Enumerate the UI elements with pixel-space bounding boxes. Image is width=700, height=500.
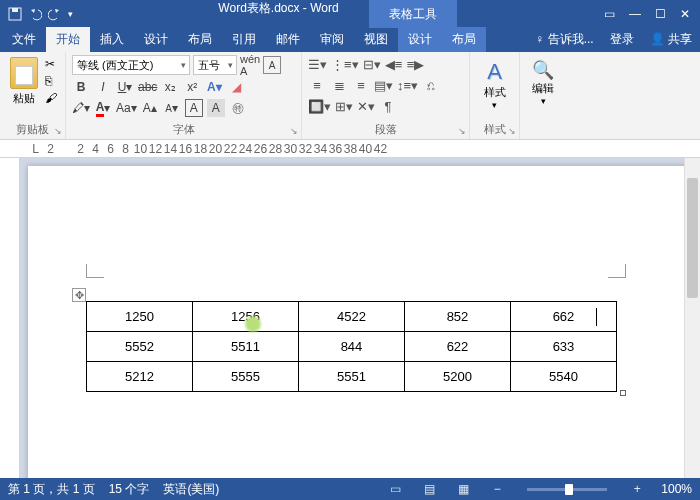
dialog-launcher-icon[interactable]: ↘ xyxy=(508,126,516,136)
page-count[interactable]: 第 1 页，共 1 页 xyxy=(8,481,95,498)
data-table[interactable]: 1250125645228526625552551184462263352125… xyxy=(86,301,617,392)
zoom-in-button[interactable]: + xyxy=(627,482,647,496)
qat-more-icon[interactable]: ▾ xyxy=(68,9,73,19)
zoom-out-button[interactable]: − xyxy=(487,482,507,496)
clear-format-icon[interactable]: ◢ xyxy=(227,78,245,96)
italic-button[interactable]: I xyxy=(94,78,112,96)
zoom-level[interactable]: 100% xyxy=(661,482,692,496)
tab-references[interactable]: 引用 xyxy=(222,27,266,52)
word-count[interactable]: 15 个字 xyxy=(109,481,150,498)
table-cell[interactable]: 5511 xyxy=(193,332,299,362)
ribbon-options-icon[interactable]: ▭ xyxy=(604,7,615,21)
tab-review[interactable]: 审阅 xyxy=(310,27,354,52)
styles-button[interactable]: A 样式 ▾ xyxy=(476,55,513,114)
share-button[interactable]: 👤 共享 xyxy=(642,27,700,52)
table-cell[interactable]: 1256 xyxy=(193,302,299,332)
tab-design[interactable]: 设计 xyxy=(134,27,178,52)
close-icon[interactable]: ✕ xyxy=(680,7,690,21)
char-border-icon[interactable]: A xyxy=(185,99,203,117)
align-right-icon[interactable]: ≡ xyxy=(352,76,370,94)
superscript-button[interactable]: x² xyxy=(183,78,201,96)
sort-icon[interactable]: ⎌ xyxy=(422,76,440,94)
tab-layout[interactable]: 布局 xyxy=(178,27,222,52)
dialog-launcher-icon[interactable]: ↘ xyxy=(458,126,466,136)
table-cell[interactable]: 5540 xyxy=(511,362,617,392)
table-cell[interactable]: 622 xyxy=(405,332,511,362)
paste-button[interactable]: 粘贴 xyxy=(6,55,42,108)
shading-icon[interactable]: 🔲▾ xyxy=(308,97,331,115)
maximize-icon[interactable]: ☐ xyxy=(655,7,666,21)
read-mode-icon[interactable]: ▭ xyxy=(385,482,405,496)
editing-button[interactable]: 🔍 编辑 ▾ xyxy=(526,55,560,110)
align-left-icon[interactable]: ≡ xyxy=(308,76,326,94)
tab-table-design[interactable]: 设计 xyxy=(398,27,442,52)
strikethrough-button[interactable]: abc xyxy=(138,78,157,96)
login-button[interactable]: 登录 xyxy=(602,27,642,52)
underline-button[interactable]: U▾ xyxy=(116,78,134,96)
web-layout-icon[interactable]: ▦ xyxy=(453,482,473,496)
format-painter-icon[interactable]: 🖌 xyxy=(45,91,61,105)
table-row[interactable]: 52125555555152005540 xyxy=(87,362,617,392)
tab-view[interactable]: 视图 xyxy=(354,27,398,52)
dialog-launcher-icon[interactable]: ↘ xyxy=(54,126,62,136)
table-cell[interactable]: 633 xyxy=(511,332,617,362)
grow-font-button[interactable]: A▴ xyxy=(141,99,159,117)
increase-indent-icon[interactable]: ≡▶ xyxy=(407,55,425,73)
zoom-thumb[interactable] xyxy=(565,484,573,495)
undo-icon[interactable] xyxy=(28,7,42,21)
decrease-indent-icon[interactable]: ◀≡ xyxy=(385,55,403,73)
table-cell[interactable]: 5212 xyxy=(87,362,193,392)
show-marks-icon[interactable]: ¶ xyxy=(379,97,397,115)
table-cell[interactable]: 5555 xyxy=(193,362,299,392)
font-name-select[interactable]: 等线 (西文正文) xyxy=(72,55,190,75)
tab-mailings[interactable]: 邮件 xyxy=(266,27,310,52)
table-resize-handle-icon[interactable] xyxy=(620,390,626,396)
asian-layout-icon[interactable]: ✕▾ xyxy=(357,97,375,115)
table-cell[interactable]: 5552 xyxy=(87,332,193,362)
tab-home[interactable]: 开始 xyxy=(46,27,90,52)
subscript-button[interactable]: x₂ xyxy=(161,78,179,96)
borders-icon[interactable]: ⊞▾ xyxy=(335,97,353,115)
bullets-icon[interactable]: ☰▾ xyxy=(308,55,327,73)
highlight-icon[interactable]: 🖍▾ xyxy=(72,99,90,117)
align-center-icon[interactable]: ≣ xyxy=(330,76,348,94)
grow-font-icon[interactable]: wénA xyxy=(240,56,260,74)
table-row[interactable]: 55525511844622633 xyxy=(87,332,617,362)
zoom-slider[interactable] xyxy=(527,488,607,491)
phonetic-icon[interactable]: A xyxy=(263,56,281,74)
numbering-icon[interactable]: ⋮≡▾ xyxy=(331,55,359,73)
line-spacing-icon[interactable]: ↕≡▾ xyxy=(397,76,418,94)
language[interactable]: 英语(美国) xyxy=(163,481,219,498)
table-move-handle-icon[interactable]: ✥ xyxy=(72,288,86,302)
text-effects-icon[interactable]: A▾ xyxy=(205,78,223,96)
tab-file[interactable]: 文件 xyxy=(2,27,46,52)
table-cell[interactable]: 4522 xyxy=(299,302,405,332)
table-cell[interactable]: 844 xyxy=(299,332,405,362)
tab-insert[interactable]: 插入 xyxy=(90,27,134,52)
print-layout-icon[interactable]: ▤ xyxy=(419,482,439,496)
scrollbar-thumb[interactable] xyxy=(687,178,698,298)
table-cell[interactable]: 1250 xyxy=(87,302,193,332)
shrink-font-button[interactable]: A▾ xyxy=(163,99,181,117)
copy-icon[interactable]: ⎘ xyxy=(45,74,61,88)
vertical-scrollbar[interactable] xyxy=(684,158,700,478)
multilevel-icon[interactable]: ⊟▾ xyxy=(363,55,381,73)
table-cell[interactable]: 5551 xyxy=(299,362,405,392)
change-case-button[interactable]: Aa▾ xyxy=(116,99,137,117)
char-shading-icon[interactable]: A xyxy=(207,99,225,117)
page[interactable]: ✥ 12501256452285266255525511844622633521… xyxy=(28,166,688,478)
enclose-char-icon[interactable]: ㊕ xyxy=(229,99,247,117)
dialog-launcher-icon[interactable]: ↘ xyxy=(290,126,298,136)
font-color-icon[interactable]: A▾ xyxy=(94,99,112,117)
cut-icon[interactable]: ✂ xyxy=(45,57,61,71)
table-row[interactable]: 125012564522852662 xyxy=(87,302,617,332)
font-size-select[interactable]: 五号 xyxy=(193,55,237,75)
redo-icon[interactable] xyxy=(48,7,62,21)
table-cell[interactable]: 852 xyxy=(405,302,511,332)
tab-table-layout[interactable]: 布局 xyxy=(442,27,486,52)
bold-button[interactable]: B xyxy=(72,78,90,96)
table-cell[interactable]: 662 xyxy=(511,302,617,332)
vertical-ruler[interactable] xyxy=(0,158,20,478)
save-icon[interactable] xyxy=(8,7,22,21)
justify-icon[interactable]: ▤▾ xyxy=(374,76,393,94)
